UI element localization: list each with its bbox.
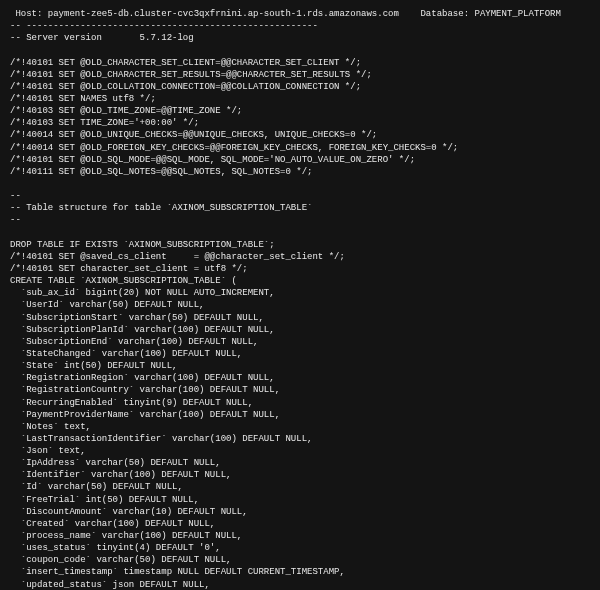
terminal-line: [10, 227, 590, 239]
terminal-line: `uses_status` tinyint(4) DEFAULT '0',: [10, 542, 590, 554]
terminal-line: /*!40101 SET @saved_cs_client = @@charac…: [10, 251, 590, 263]
terminal-line: `FreeTrial` int(50) DEFAULT NULL,: [10, 494, 590, 506]
terminal-line: /*!40103 SET @OLD_TIME_ZONE=@@TIME_ZONE …: [10, 105, 590, 117]
terminal-output: Host: payment-zee5-db.cluster-cvc3qxfrni…: [0, 0, 600, 590]
terminal-line: /*!40101 SET @OLD_SQL_MODE=@@SQL_MODE, S…: [10, 154, 590, 166]
terminal-line: -- -------------------------------------…: [10, 20, 590, 32]
terminal-line: `IpAddress` varchar(50) DEFAULT NULL,: [10, 457, 590, 469]
terminal-line: -- Table structure for table `AXINOM_SUB…: [10, 202, 590, 214]
terminal-line: Host: payment-zee5-db.cluster-cvc3qxfrni…: [10, 8, 590, 20]
terminal-line: --: [10, 214, 590, 226]
terminal-line: `coupon_code` varchar(50) DEFAULT NULL,: [10, 554, 590, 566]
terminal-line: `process_name` varchar(100) DEFAULT NULL…: [10, 530, 590, 542]
terminal-line: /*!40101 SET @OLD_CHARACTER_SET_RESULTS=…: [10, 69, 590, 81]
terminal-line: /*!40103 SET TIME_ZONE='+00:00' */;: [10, 117, 590, 129]
terminal-line: /*!40014 SET @OLD_UNIQUE_CHECKS=@@UNIQUE…: [10, 129, 590, 141]
terminal-line: `StateChanged` varchar(100) DEFAULT NULL…: [10, 348, 590, 360]
terminal-line: `SubscriptionEnd` varchar(100) DEFAULT N…: [10, 336, 590, 348]
terminal-line: `RegistrationRegion` varchar(100) DEFAUL…: [10, 372, 590, 384]
terminal-line: CREATE TABLE `AXINOM_SUBSCRIPTION_TABLE`…: [10, 275, 590, 287]
terminal-line: `updated_status` json DEFAULT NULL,: [10, 579, 590, 590]
terminal-line: `DiscountAmount` varchar(10) DEFAULT NUL…: [10, 506, 590, 518]
terminal-line: `Notes` text,: [10, 421, 590, 433]
terminal-line: [10, 44, 590, 56]
terminal-line: [10, 178, 590, 190]
terminal-line: `State` int(50) DEFAULT NULL,: [10, 360, 590, 372]
terminal-line: `UserId` varchar(50) DEFAULT NULL,: [10, 299, 590, 311]
terminal-line: `Json` text,: [10, 445, 590, 457]
terminal-line: `RecurringEnabled` tinyint(9) DEFAULT NU…: [10, 397, 590, 409]
terminal-line: /*!40101 SET @OLD_COLLATION_CONNECTION=@…: [10, 81, 590, 93]
terminal-line: DROP TABLE IF EXISTS `AXINOM_SUBSCRIPTIO…: [10, 239, 590, 251]
terminal-line: /*!40101 SET character_set_client = utf8…: [10, 263, 590, 275]
terminal-line: `LastTransactionIdentifier` varchar(100)…: [10, 433, 590, 445]
terminal-line: `PaymentProviderName` varchar(100) DEFAU…: [10, 409, 590, 421]
terminal-line: `SubscriptionPlanId` varchar(100) DEFAUL…: [10, 324, 590, 336]
terminal-line: /*!40101 SET @OLD_CHARACTER_SET_CLIENT=@…: [10, 57, 590, 69]
terminal-line: -- Server version 5.7.12-log: [10, 32, 590, 44]
terminal-line: `sub_ax_id` bigint(20) NOT NULL AUTO_INC…: [10, 287, 590, 299]
terminal-line: --: [10, 190, 590, 202]
terminal-line: `Id` varchar(50) DEFAULT NULL,: [10, 481, 590, 493]
terminal-line: /*!40111 SET @OLD_SQL_NOTES=@@SQL_NOTES,…: [10, 166, 590, 178]
terminal-line: `Identifier` varchar(100) DEFAULT NULL,: [10, 469, 590, 481]
terminal-line: /*!40014 SET @OLD_FOREIGN_KEY_CHECKS=@@F…: [10, 142, 590, 154]
terminal-line: /*!40101 SET NAMES utf8 */;: [10, 93, 590, 105]
terminal-line: `RegistrationCountry` varchar(100) DEFAU…: [10, 384, 590, 396]
terminal-line: `Created` varchar(100) DEFAULT NULL,: [10, 518, 590, 530]
terminal-line: `SubscriptionStart` varchar(50) DEFAULT …: [10, 312, 590, 324]
terminal-line: `insert_timestamp` timestamp NULL DEFAUL…: [10, 566, 590, 578]
